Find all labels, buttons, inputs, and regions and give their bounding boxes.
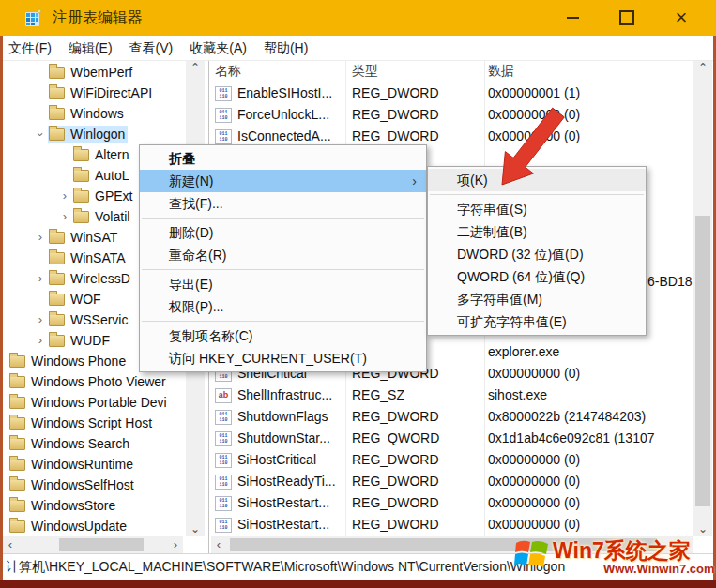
value-row[interactable]: ForceUnlockL... REG_DWORD 0x00000000 (0)	[211, 104, 693, 126]
menu-item[interactable]: 导出(E)	[140, 273, 426, 295]
folder-icon	[49, 252, 65, 264]
folder-icon	[49, 294, 65, 306]
list-hscroll-thumb[interactable]	[230, 538, 657, 551]
menu-item[interactable]: 访问 HKEY_CURRENT_USER(T)	[140, 347, 426, 369]
menu-item[interactable]: 权限(P)...	[140, 295, 426, 318]
scroll-right-icon[interactable]: ›	[678, 536, 693, 553]
tree-item[interactable]: › Windows Photo Viewer	[3, 371, 186, 392]
menu-item[interactable]: 二进制值(B)	[428, 220, 646, 243]
menubar-item[interactable]: 帮助(H)	[255, 36, 316, 60]
scroll-left-icon[interactable]: ‹	[211, 536, 226, 553]
menu-item[interactable]: 删除(D)	[140, 221, 426, 244]
tree-item[interactable]: › Windows	[3, 103, 186, 124]
menu-item[interactable]: 复制项名称(C)	[140, 324, 426, 347]
tree-item-label: Winlogon	[70, 127, 125, 142]
value-type: REG_DWORD	[352, 471, 483, 492]
menu-item[interactable]: 字符串值(S)	[428, 198, 646, 220]
tree-expander-icon[interactable]: ›	[34, 127, 48, 142]
value-data: 0x1d1ab4c6e092c81 (13107	[488, 428, 692, 449]
menubar-item[interactable]: 查看(V)	[121, 36, 182, 60]
tree-horizontal-scrollbar[interactable]: ‹ ›	[3, 536, 183, 553]
window-frame-left	[0, 36, 3, 588]
status-bar: 计算机\HKEY_LOCAL_MACHINE\SOFTWARE\Microsof…	[0, 553, 716, 580]
column-header-name[interactable]: 名称	[215, 63, 241, 80]
column-header-data[interactable]: 数据	[488, 63, 514, 80]
folder-icon	[49, 87, 65, 99]
scroll-up-icon[interactable]: ⌃	[693, 60, 712, 75]
value-name: SiHostCritical	[237, 449, 316, 471]
tree-item-label: WbemPerf	[70, 65, 132, 80]
folder-icon	[49, 128, 65, 141]
scroll-down-icon[interactable]: ⌄	[186, 521, 205, 536]
tree-item[interactable]: › Windows Search	[3, 433, 186, 454]
maximize-button[interactable]	[600, 0, 654, 36]
tree-item[interactable]: › Windows Portable Devi	[3, 392, 186, 413]
menubar-item[interactable]: 文件(F)	[0, 36, 60, 60]
menu-item[interactable]: 折叠	[140, 147, 426, 170]
close-button[interactable]: ×	[654, 0, 708, 36]
menu-item[interactable]: 可扩充字符串值(E)	[428, 310, 646, 333]
scroll-down-icon[interactable]: ⌄	[693, 521, 712, 536]
value-row[interactable]: SiHostReadyTi... REG_DWORD 0x00000000 (0…	[211, 471, 693, 492]
value-row[interactable]: EnableSIHostI... REG_DWORD 0x00000001 (1…	[211, 83, 693, 104]
tree-item[interactable]: › WindowsUpdate	[3, 516, 186, 536]
tree-item-label: WindowsStore	[31, 498, 115, 513]
scroll-right-icon[interactable]: ›	[168, 536, 183, 553]
menu-item-label: 折叠	[169, 151, 195, 166]
menu-item[interactable]: 项(K)	[428, 169, 646, 191]
value-name: ShutdownFlags	[237, 406, 328, 428]
menu-item-label: 多字符串值(M)	[457, 292, 542, 307]
scroll-left-icon[interactable]: ‹	[3, 536, 18, 553]
tree-expander-icon[interactable]: ›	[33, 333, 48, 347]
value-type: REG_DWORD	[352, 406, 483, 428]
menu-item[interactable]: 多字符串值(M)	[428, 288, 646, 310]
tree-item[interactable]: › WindowsSelfHost	[3, 475, 186, 495]
tree-expander-icon[interactable]: ›	[57, 188, 72, 203]
tree-item-label: Windows Photo Viewer	[31, 374, 166, 389]
menu-item[interactable]: 查找(F)...	[140, 192, 426, 215]
list-vscroll-thumb[interactable]	[695, 216, 710, 506]
value-row[interactable]: SiHostRestart... REG_DWORD 0x00000000 (0…	[211, 492, 693, 514]
menubar-item[interactable]: 编辑(E)	[60, 36, 121, 60]
tree-item-label: Windows	[70, 106, 124, 121]
tree-item-label: WindowsRuntime	[31, 457, 133, 472]
value-type-icon	[215, 431, 232, 446]
minimize-button[interactable]	[545, 0, 600, 36]
menu-item[interactable]: 新建(N) ›	[140, 170, 426, 192]
folder-icon	[9, 355, 25, 368]
value-data: 0x00000000 (0)	[488, 449, 692, 471]
value-data: 0x00000000 (0)	[488, 126, 692, 147]
folder-icon	[73, 211, 89, 223]
tree-item[interactable]: › Winlogon	[3, 124, 186, 144]
value-name: ForceUnlockL...	[237, 104, 329, 126]
column-header-type[interactable]: 类型	[352, 63, 378, 80]
value-row[interactable]: SiHostCritical REG_DWORD 0x00000000 (0)	[211, 449, 693, 471]
menu-item-label: 查找(F)...	[169, 196, 223, 211]
value-data: 0x00000000 (0)	[488, 104, 692, 126]
folder-icon	[9, 479, 25, 491]
folder-icon	[49, 335, 65, 347]
value-row[interactable]: ShellInfrastruc... REG_SZ sihost.exe	[211, 384, 693, 406]
list-horizontal-scrollbar[interactable]: ‹ ›	[211, 536, 693, 553]
tree-item[interactable]: › WbemPerf	[3, 62, 186, 83]
tree-item[interactable]: › WiFiDirectAPI	[3, 83, 186, 103]
tree-item[interactable]: › Windows Script Host	[3, 413, 186, 433]
menu-item[interactable]: 重命名(R)	[140, 244, 426, 266]
menu-item-label: 导出(E)	[169, 277, 213, 292]
tree-hscroll-thumb[interactable]	[59, 538, 144, 551]
menu-item[interactable]: DWORD (32 位)值(D)	[428, 243, 646, 265]
value-row[interactable]: ShutdownStar... REG_QWORD 0x1d1ab4c6e092…	[211, 428, 693, 449]
tree-expander-icon[interactable]: ›	[33, 230, 48, 244]
tree-expander-icon[interactable]: ›	[57, 209, 72, 223]
tree-expander-icon[interactable]: ›	[33, 271, 48, 285]
tree-expander-icon[interactable]: ›	[33, 312, 48, 326]
list-vertical-scrollbar[interactable]: ⌃ ⌄	[693, 60, 712, 536]
tree-item[interactable]: › WindowsStore	[3, 495, 186, 516]
menubar-item[interactable]: 收藏夹(A)	[181, 36, 255, 60]
value-row[interactable]: ShutdownFlags REG_DWORD 0x8000022b (2147…	[211, 406, 693, 428]
value-row[interactable]: SiHostRestart... REG_DWORD 0x00000000 (0…	[211, 514, 693, 535]
folder-icon	[9, 417, 25, 430]
menu-item[interactable]: QWORD (64 位)值(Q)	[428, 265, 646, 288]
tree-item[interactable]: › WindowsRuntime	[3, 454, 186, 475]
scroll-up-icon[interactable]: ⌃	[186, 60, 205, 75]
